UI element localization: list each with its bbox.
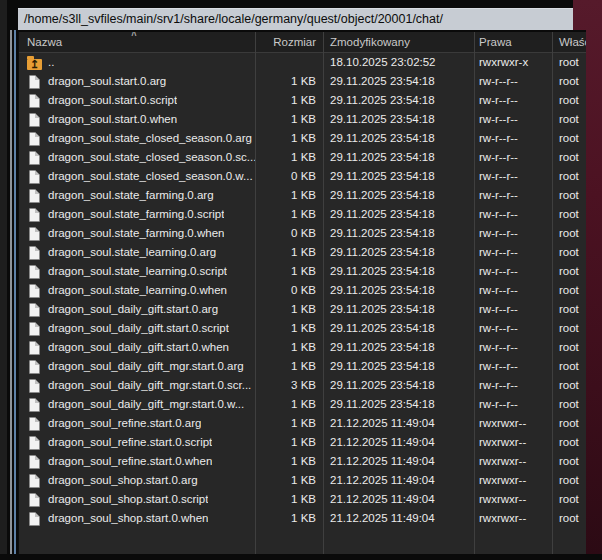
file-icon bbox=[27, 148, 42, 167]
file-icon bbox=[27, 205, 42, 224]
file-row[interactable]: dragon_soul.state_farming.0.script 1 KB … bbox=[19, 205, 586, 224]
column-header-owner[interactable]: Właści bbox=[552, 32, 586, 52]
file-name: dragon_soul_daily_gift_mgr.start.0.scr..… bbox=[42, 376, 251, 395]
file-size bbox=[255, 53, 323, 72]
file-owner: root bbox=[552, 338, 586, 357]
file-row[interactable]: dragon_soul_daily_gift.start.0.script 1 … bbox=[19, 319, 586, 338]
file-modified: 29.11.2025 23:54:18 bbox=[323, 338, 474, 357]
file-size: 1 KB bbox=[255, 148, 323, 167]
file-name: dragon_soul.start.0.arg bbox=[42, 72, 166, 91]
file-owner: root bbox=[552, 319, 586, 338]
file-size: 1 KB bbox=[255, 129, 323, 148]
file-owner: root bbox=[552, 357, 586, 376]
file-row[interactable]: dragon_soul_refine.start.0.arg 1 KB 21.1… bbox=[19, 414, 586, 433]
file-row[interactable]: dragon_soul.state_learning.0.arg 1 KB 29… bbox=[19, 243, 586, 262]
file-size: 0 KB bbox=[255, 224, 323, 243]
file-row[interactable]: dragon_soul.state_closed_season.0.arg 1 … bbox=[19, 129, 586, 148]
file-icon bbox=[27, 91, 42, 110]
file-permissions: rw-r--r-- bbox=[474, 110, 552, 129]
file-name: dragon_soul_shop.start.0.when bbox=[42, 509, 208, 528]
file-row[interactable]: dragon_soul_shop.start.0.when 1 KB 21.12… bbox=[19, 509, 586, 528]
file-permissions: rwxrwxr-- bbox=[474, 433, 552, 452]
file-modified: 29.11.2025 23:54:18 bbox=[323, 281, 474, 300]
file-row[interactable]: dragon_soul_daily_gift.start.0.arg 1 KB … bbox=[19, 300, 586, 319]
file-permissions: rwxrwxr-- bbox=[474, 509, 552, 528]
file-modified: 21.12.2025 11:49:04 bbox=[323, 490, 474, 509]
file-size: 1 KB bbox=[255, 395, 323, 414]
file-permissions: rw-r--r-- bbox=[474, 243, 552, 262]
file-row[interactable]: dragon_soul.state_farming.0.arg 1 KB 29.… bbox=[19, 186, 586, 205]
file-row[interactable]: dragon_soul.state_closed_season.0.sc... … bbox=[19, 148, 586, 167]
file-row[interactable]: dragon_soul.start.0.when 1 KB 29.11.2025… bbox=[19, 110, 586, 129]
file-name-cell: dragon_soul.state_learning.0.arg bbox=[19, 243, 255, 262]
path-bar[interactable]: /home/s3ll_svfiles/main/srv1/share/local… bbox=[18, 8, 573, 30]
file-icon bbox=[27, 167, 42, 186]
file-row[interactable]: dragon_soul_daily_gift.start.0.when 1 KB… bbox=[19, 338, 586, 357]
window-left-chrome bbox=[0, 0, 7, 554]
file-permissions: rw-r--r-- bbox=[474, 376, 552, 395]
file-row[interactable]: dragon_soul.state_learning.0.when 0 KB 2… bbox=[19, 281, 586, 300]
file-row[interactable]: dragon_soul_refine.start.0.when 1 KB 21.… bbox=[19, 452, 586, 471]
file-name: dragon_soul.state_closed_season.0.w... bbox=[42, 167, 253, 186]
file-row[interactable]: dragon_soul.start.0.script 1 KB 29.11.20… bbox=[19, 91, 586, 110]
file-row[interactable]: dragon_soul_shop.start.0.script 1 KB 21.… bbox=[19, 490, 586, 509]
file-size: 1 KB bbox=[255, 300, 323, 319]
column-header-modified[interactable]: Zmodyfikowany bbox=[323, 32, 474, 52]
file-name-cell: dragon_soul_shop.start.0.arg bbox=[19, 471, 255, 490]
file-name: dragon_soul_daily_gift_mgr.start.0.w... bbox=[42, 395, 244, 414]
file-name-cell: dragon_soul.state_farming.0.when bbox=[19, 224, 255, 243]
file-name: dragon_soul.state_farming.0.arg bbox=[42, 186, 214, 205]
file-modified: 29.11.2025 23:54:18 bbox=[323, 72, 474, 91]
file-name-cell: dragon_soul.start.0.script bbox=[19, 91, 255, 110]
file-owner: root bbox=[552, 262, 586, 281]
file-owner: root bbox=[552, 186, 586, 205]
file-name-cell: dragon_soul.start.0.arg bbox=[19, 72, 255, 91]
file-row[interactable]: dragon_soul.state_farming.0.when 0 KB 29… bbox=[19, 224, 586, 243]
file-icon bbox=[27, 509, 42, 528]
file-owner: root bbox=[552, 452, 586, 471]
file-manager-window: /home/s3ll_svfiles/main/srv1/share/local… bbox=[0, 0, 602, 560]
file-row[interactable]: dragon_soul.state_learning.0.script 1 KB… bbox=[19, 262, 586, 281]
file-modified: 29.11.2025 23:54:18 bbox=[323, 300, 474, 319]
column-header-size[interactable]: Rozmiar bbox=[255, 32, 323, 52]
file-name-cell: dragon_soul_daily_gift.start.0.script bbox=[19, 319, 255, 338]
panel-splitter[interactable] bbox=[10, 30, 12, 554]
file-row[interactable]: dragon_soul_daily_gift_mgr.start.0.scr..… bbox=[19, 376, 586, 395]
file-permissions: rw-r--r-- bbox=[474, 72, 552, 91]
file-row[interactable]: dragon_soul_refine.start.0.script 1 KB 2… bbox=[19, 433, 586, 452]
file-icon bbox=[27, 300, 42, 319]
file-size: 1 KB bbox=[255, 91, 323, 110]
column-header-permissions[interactable]: Prawa bbox=[474, 32, 552, 52]
file-icon bbox=[27, 338, 42, 357]
file-name: dragon_soul.state_farming.0.when bbox=[42, 224, 224, 243]
file-permissions: rw-r--r-- bbox=[474, 148, 552, 167]
file-name-cell: dragon_soul.state_closed_season.0.sc... bbox=[19, 148, 255, 167]
file-size: 1 KB bbox=[255, 205, 323, 224]
file-size: 1 KB bbox=[255, 186, 323, 205]
file-icon bbox=[27, 490, 42, 509]
file-size: 0 KB bbox=[255, 281, 323, 300]
file-row[interactable]: dragon_soul_daily_gift_mgr.start.0.w... … bbox=[19, 395, 586, 414]
file-size: 1 KB bbox=[255, 243, 323, 262]
file-row[interactable]: dragon_soul.state_closed_season.0.w... 0… bbox=[19, 167, 586, 186]
file-modified: 29.11.2025 23:54:18 bbox=[323, 148, 474, 167]
file-modified: 21.12.2025 11:49:04 bbox=[323, 471, 474, 490]
file-permissions: rw-r--r-- bbox=[474, 262, 552, 281]
file-size: 1 KB bbox=[255, 433, 323, 452]
file-permissions: rw-r--r-- bbox=[474, 319, 552, 338]
file-row[interactable]: .. 18.10.2025 23:02:52 rwxrwxr-x root bbox=[19, 53, 586, 72]
file-owner: root bbox=[552, 414, 586, 433]
file-name-cell: .. bbox=[19, 53, 255, 72]
file-permissions: rwxrwxr-- bbox=[474, 490, 552, 509]
file-row[interactable]: dragon_soul_daily_gift_mgr.start.0.arg 1… bbox=[19, 357, 586, 376]
sort-ascending-icon: ∧ bbox=[127, 30, 141, 38]
file-name: dragon_soul_refine.start.0.arg bbox=[42, 414, 201, 433]
file-list: .. 18.10.2025 23:02:52 rwxrwxr-x root dr… bbox=[19, 53, 586, 528]
file-owner: root bbox=[552, 395, 586, 414]
file-name-cell: dragon_soul_refine.start.0.script bbox=[19, 433, 255, 452]
file-row[interactable]: dragon_soul_shop.start.0.arg 1 KB 21.12.… bbox=[19, 471, 586, 490]
file-row[interactable]: dragon_soul.start.0.arg 1 KB 29.11.2025 … bbox=[19, 72, 586, 91]
file-size: 1 KB bbox=[255, 414, 323, 433]
file-name: dragon_soul_refine.start.0.when bbox=[42, 452, 212, 471]
file-name-cell: dragon_soul_shop.start.0.script bbox=[19, 490, 255, 509]
